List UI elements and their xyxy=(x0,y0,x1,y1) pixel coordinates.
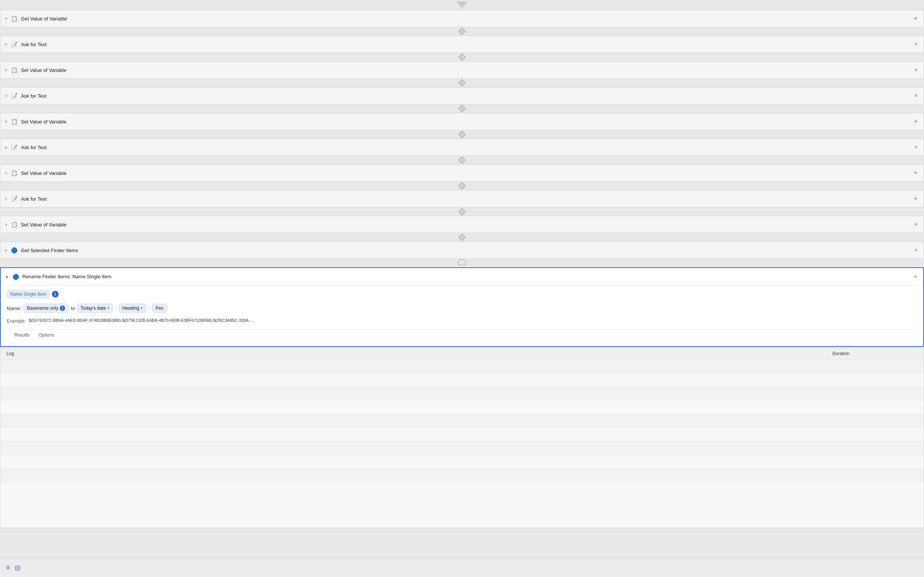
expand-icon-2[interactable]: > xyxy=(5,42,7,47)
action-row-ask-for-text-3[interactable]: > 📝 Ask for Text × xyxy=(0,139,924,156)
expanded-close-button[interactable]: × xyxy=(912,272,919,282)
connector-diamond-7 xyxy=(458,182,466,190)
action-label-3: Set Value of Variable xyxy=(21,68,912,73)
log-row-2 xyxy=(0,373,924,387)
collapse-button[interactable]: ∨ xyxy=(5,274,9,279)
action-row-ask-for-text-4[interactable]: > 📝 Ask for Text × xyxy=(0,190,924,208)
example-row: Example: $(5576397C-BB6A-4AED-BD4F-974B1… xyxy=(7,318,917,324)
grid-view-icon[interactable]: ⊟ xyxy=(15,564,21,572)
log-header: Log Duration xyxy=(0,348,924,360)
close-button-4[interactable]: × xyxy=(913,91,919,101)
log-column-header: Log xyxy=(6,351,14,356)
expand-icon-4[interactable]: > xyxy=(5,93,7,98)
finder-icon-1: 🔵 xyxy=(10,247,18,254)
log-row-10 xyxy=(0,482,924,528)
text-icon-4: 📝 xyxy=(10,195,18,203)
action-label-2: Ask for Text xyxy=(21,42,912,47)
close-button-8[interactable]: × xyxy=(913,194,919,204)
tab-results[interactable]: Results xyxy=(10,329,34,342)
basename-chip-label: Basename only xyxy=(27,306,58,311)
heading-chip[interactable]: Heading ▾ xyxy=(119,304,146,313)
action-label-7: Set Value of Variable xyxy=(21,170,912,176)
connector-diamond-2 xyxy=(458,53,466,61)
log-row-5 xyxy=(0,414,924,428)
connector-diamond-5 xyxy=(458,131,466,138)
connector-6 xyxy=(0,156,924,164)
action-row-get-selected-finder[interactable]: > 🔵 Get Selected Finder Items × xyxy=(0,242,924,259)
close-button-10[interactable]: × xyxy=(913,245,919,255)
close-button-1[interactable]: × xyxy=(913,14,919,24)
close-button-7[interactable]: × xyxy=(913,168,919,178)
close-button-2[interactable]: × xyxy=(913,39,919,49)
close-button-9[interactable]: × xyxy=(913,219,919,229)
log-row-4 xyxy=(0,401,924,414)
dash-separator-1: - xyxy=(115,306,117,311)
heading-chip-label: Heading xyxy=(122,306,139,311)
log-row-9 xyxy=(0,469,924,482)
basename-chip[interactable]: Basename only i xyxy=(24,304,69,313)
heading-chevron: ▾ xyxy=(141,306,143,310)
action-row-ask-for-text-2[interactable]: > 📝 Ask for Text × xyxy=(0,87,924,105)
expanded-action-title: Rename Finder Items: Name Single Item xyxy=(22,274,912,279)
pec-chip[interactable]: Pec xyxy=(152,304,167,313)
expanded-card-body: Name Single Item i Name: Basename only i… xyxy=(1,285,923,346)
todays-date-label: Today's date xyxy=(80,306,106,311)
log-row-3 xyxy=(0,387,924,401)
variable-icon-5: 📋 xyxy=(10,221,18,228)
basename-info-icon[interactable]: i xyxy=(60,306,65,311)
text-icon-1: 📝 xyxy=(10,40,18,48)
top-connector xyxy=(0,0,924,10)
action-row-set-value-variable-1[interactable]: > 📋 Set Value of Variable × xyxy=(0,61,924,79)
bottom-toolbar: ≡ ⊟ xyxy=(0,558,924,577)
expand-icon-1[interactable]: > xyxy=(5,16,7,21)
action-row-get-value-variable-1[interactable]: > 📋 Get Value of Variable × xyxy=(0,10,924,27)
text-icon-3: 📝 xyxy=(10,143,18,151)
name-single-item-badge[interactable]: Name Single Item xyxy=(7,290,50,298)
name-fields-row: Name: Basename only i to Today's date ▾ … xyxy=(7,304,917,313)
expand-icon-8[interactable]: > xyxy=(5,197,7,201)
action-row-set-value-variable-2[interactable]: > 📋 Set Value of Variable × xyxy=(0,113,924,130)
connector-diamond-8 xyxy=(458,208,466,216)
connector-10 xyxy=(0,259,924,267)
connector-5 xyxy=(0,130,924,139)
name-field-label: Name: xyxy=(7,306,21,311)
connector-diamond-4 xyxy=(458,105,466,113)
expand-icon-3[interactable]: > xyxy=(5,68,7,72)
expand-icon-7[interactable]: > xyxy=(5,171,7,175)
tab-options[interactable]: Options xyxy=(34,329,59,342)
log-row-1 xyxy=(0,360,924,373)
info-circle-button[interactable]: i xyxy=(52,291,59,298)
duration-column-header: Duration xyxy=(832,351,850,356)
close-button-3[interactable]: × xyxy=(913,65,919,75)
close-button-6[interactable]: × xyxy=(913,142,919,152)
action-row-ask-for-text-1[interactable]: > 📝 Ask for Text × xyxy=(0,35,924,53)
example-value: $(5576397C-BB6A-4AED-BD4F-974B1BB8E0B8)-… xyxy=(29,318,256,322)
variable-icon-1: 📋 xyxy=(10,15,18,23)
text-icon-2: 📝 xyxy=(10,92,18,100)
pec-chip-label: Pec xyxy=(156,306,164,311)
action-label-5: Set Value of Variable xyxy=(21,119,912,124)
to-connector-text: to xyxy=(71,306,75,311)
todays-date-chevron: ▾ xyxy=(108,306,109,310)
action-label-10: Get Selected Finder Items xyxy=(21,248,912,253)
variable-icon-2: 📋 xyxy=(10,66,18,74)
connector-9 xyxy=(0,233,924,242)
list-view-icon[interactable]: ≡ xyxy=(6,564,10,572)
log-area: Log Duration xyxy=(0,348,924,528)
expand-icon-9[interactable]: > xyxy=(5,222,7,227)
expand-icon-5[interactable]: > xyxy=(5,119,7,124)
action-row-set-value-variable-3[interactable]: > 📋 Set Value of Variable × xyxy=(0,164,924,182)
variable-icon-4: 📋 xyxy=(10,169,18,177)
connector-1 xyxy=(0,27,924,35)
example-label: Example: xyxy=(7,318,26,324)
connector-diamond-3 xyxy=(458,79,466,87)
expanded-action-card: ∨ 🔵 Rename Finder Items: Name Single Ite… xyxy=(0,267,924,347)
expand-icon-10[interactable]: > xyxy=(5,248,7,253)
expand-icon-6[interactable]: > xyxy=(5,145,7,150)
close-button-5[interactable]: × xyxy=(913,117,919,126)
connector-2 xyxy=(0,53,924,61)
action-row-set-value-variable-4[interactable]: > 📋 Set Value of Variable × xyxy=(0,216,924,233)
todays-date-chip[interactable]: Today's date ▾ xyxy=(77,304,113,313)
svg-marker-0 xyxy=(457,2,467,8)
connector-3 xyxy=(0,79,924,87)
